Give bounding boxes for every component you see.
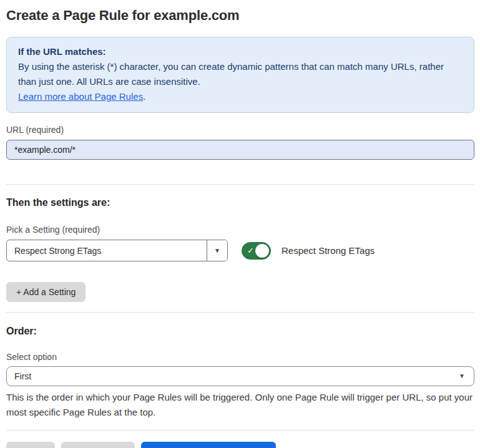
learn-more-link[interactable]: Learn more about Page Rules bbox=[18, 91, 143, 102]
settings-section-heading: Then the settings are: bbox=[6, 197, 474, 208]
setting-select-value: Respect Strong ETags bbox=[7, 240, 207, 261]
setting-select[interactable]: Respect Strong ETags ▼ bbox=[6, 240, 228, 261]
setting-toggle-label: Respect Strong ETags bbox=[282, 245, 375, 256]
order-select-label: Select option bbox=[6, 352, 474, 362]
url-input[interactable] bbox=[6, 140, 474, 160]
setting-toggle[interactable]: ✓ bbox=[242, 242, 271, 260]
order-select-value: First bbox=[14, 371, 31, 381]
check-icon: ✓ bbox=[247, 246, 254, 255]
order-help-text: This is the order in which your Page Rul… bbox=[6, 390, 474, 420]
setting-select-arrow-button[interactable]: ▼ bbox=[207, 240, 227, 261]
add-setting-button[interactable]: + Add a Setting bbox=[6, 282, 86, 302]
divider bbox=[6, 430, 474, 431]
info-box-link-line: Learn more about Page Rules. bbox=[18, 89, 463, 104]
toggle-knob bbox=[255, 244, 269, 258]
link-suffix: . bbox=[143, 91, 145, 102]
order-section-heading: Order: bbox=[6, 326, 474, 337]
page-title: Create a Page Rule for example.com bbox=[6, 7, 474, 24]
cancel-button[interactable]: Cancel bbox=[6, 442, 55, 448]
chevron-down-icon: ▼ bbox=[214, 248, 220, 254]
save-and-deploy-button[interactable]: Save and Deploy Page Rule bbox=[141, 442, 276, 448]
pick-setting-label: Pick a Setting (required) bbox=[6, 225, 474, 235]
save-as-draft-button[interactable]: Save as Draft bbox=[61, 442, 135, 448]
url-match-info-box: If the URL matches: By using the asteris… bbox=[6, 37, 474, 113]
info-box-heading: If the URL matches: bbox=[18, 44, 463, 59]
setting-row: Respect Strong ETags ▼ ✓ Respect Strong … bbox=[6, 240, 474, 261]
url-field-label: URL (required) bbox=[6, 125, 474, 135]
info-box-body: By using the asterisk (*) character, you… bbox=[18, 59, 463, 89]
divider bbox=[6, 312, 474, 313]
create-page-rule-form: Create a Page Rule for example.com If th… bbox=[0, 0, 480, 448]
order-select[interactable]: First ▼ bbox=[6, 366, 474, 386]
divider bbox=[6, 184, 474, 185]
action-button-row: Cancel Save as Draft Save and Deploy Pag… bbox=[6, 442, 474, 448]
chevron-down-icon: ▼ bbox=[459, 373, 465, 379]
